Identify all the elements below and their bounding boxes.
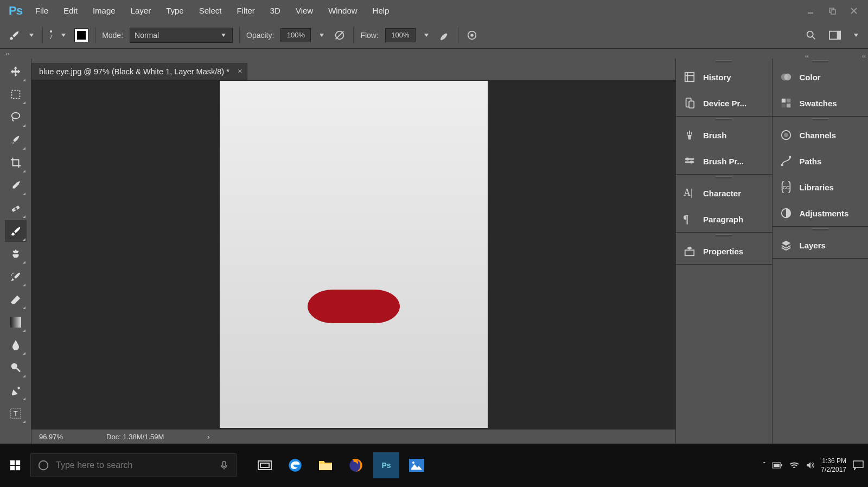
panel-adjustments[interactable]: Adjustments [773, 200, 869, 226]
close-button[interactable] [843, 0, 865, 22]
flow-dropdown[interactable] [424, 34, 429, 37]
pen-tool[interactable] [5, 380, 27, 401]
menu-select[interactable]: Select [192, 0, 229, 22]
start-button[interactable] [1, 451, 29, 479]
panel-character[interactable]: A|Character [676, 180, 772, 206]
svg-rect-48 [774, 464, 780, 467]
panel-brush[interactable]: Brush [676, 122, 772, 148]
menu-image[interactable]: Image [85, 0, 123, 22]
menu-file[interactable]: File [28, 0, 56, 22]
search-icon[interactable] [804, 28, 818, 42]
menu-type[interactable]: Type [158, 0, 192, 22]
flow-label: Flow: [360, 31, 378, 40]
opacity-dropdown[interactable] [320, 34, 324, 37]
brush-size-dropdown[interactable] [61, 34, 66, 37]
menu-layer[interactable]: Layer [123, 0, 159, 22]
gradient-tool[interactable] [5, 311, 27, 333]
panel-swatches[interactable]: Swatches [773, 90, 869, 116]
status-bar: 96.97% Doc: 1.38M/1.59M › [31, 429, 675, 444]
history-brush-tool[interactable] [5, 266, 27, 287]
edge-browser-icon[interactable] [282, 452, 308, 478]
eyedropper-tool[interactable] [5, 175, 27, 196]
workspace-switcher-icon[interactable] [828, 28, 842, 42]
crop-tool[interactable] [5, 152, 27, 174]
brush-panel-toggle-icon[interactable] [74, 28, 88, 42]
clone-stamp-tool[interactable] [5, 243, 27, 265]
canvas-area[interactable] [31, 80, 675, 429]
status-flyout-icon[interactable]: › [207, 433, 209, 441]
panel-properties[interactable]: Properties [676, 238, 772, 264]
panel-paragraph[interactable]: ¶Paragraph [676, 206, 772, 232]
svg-rect-27 [781, 104, 785, 107]
menu-edit[interactable]: Edit [56, 0, 85, 22]
panel-channels[interactable]: Channels [773, 122, 869, 148]
pressure-opacity-icon[interactable] [333, 28, 347, 42]
lasso-tool[interactable] [5, 106, 27, 128]
pressure-size-icon[interactable] [465, 28, 479, 42]
svg-rect-7 [837, 31, 840, 39]
svg-text:CC: CC [782, 185, 790, 190]
action-center-icon[interactable] [853, 460, 864, 470]
menu-filter[interactable]: Filter [229, 0, 262, 22]
file-explorer-icon[interactable] [312, 452, 339, 478]
svg-rect-31 [781, 164, 783, 166]
document-tab[interactable]: blue eye.jpg @ 97% (Black & White 1, Lay… [31, 63, 247, 80]
document-tab-title: blue eye.jpg @ 97% (Black & White 1, Lay… [39, 67, 229, 76]
workspace-dropdown[interactable] [854, 34, 858, 37]
eraser-tool[interactable] [5, 289, 27, 310]
maximize-button[interactable] [821, 0, 843, 22]
task-view-icon[interactable] [252, 452, 278, 478]
tool-preset-dropdown[interactable] [29, 34, 34, 37]
panel-libraries[interactable]: CCLibraries [773, 174, 869, 200]
panel-layers[interactable]: Layers [773, 232, 869, 258]
current-tool-brush-icon[interactable] [8, 29, 21, 42]
windows-taskbar: Ps ˆ 1:36 PM 7/2/2017 [0, 444, 868, 487]
move-tool[interactable] [5, 61, 27, 82]
close-tab-icon[interactable]: × [238, 66, 242, 75]
photos-app-icon[interactable] [404, 452, 430, 478]
svg-point-46 [412, 462, 414, 464]
menu-3d[interactable]: 3D [263, 0, 288, 22]
volume-icon[interactable] [806, 461, 814, 470]
blur-tool[interactable] [5, 334, 27, 356]
menubar: Ps File Edit Image Layer Type Select Fil… [0, 0, 868, 22]
svg-rect-49 [781, 464, 782, 466]
taskbar-clock[interactable]: 1:36 PM 7/2/2017 [821, 457, 846, 474]
wifi-icon[interactable] [789, 462, 799, 469]
zoom-value[interactable]: 96.97% [39, 433, 63, 441]
panel-paths[interactable]: Paths [773, 148, 869, 174]
tray-chevron-icon[interactable]: ˆ [763, 461, 766, 470]
panel-color[interactable]: Color [773, 64, 869, 90]
battery-icon[interactable] [772, 462, 783, 469]
document-tab-bar: blue eye.jpg @ 97% (Black & White 1, Lay… [31, 59, 675, 80]
taskbar-search[interactable] [30, 453, 237, 477]
type-tool[interactable]: T [5, 402, 27, 424]
svg-rect-8 [11, 91, 20, 99]
dodge-tool[interactable] [5, 357, 27, 379]
svg-rect-1 [831, 10, 835, 14]
airbrush-icon[interactable] [437, 28, 451, 42]
expand-toolbox-icon[interactable]: ›› [5, 50, 9, 57]
panel-device-preview[interactable]: Device Pr... [676, 90, 772, 116]
photoshop-taskbar-icon[interactable]: Ps [373, 452, 399, 478]
firefox-icon[interactable] [343, 452, 369, 478]
brush-tool[interactable] [5, 220, 27, 242]
panel-brush-presets[interactable]: Brush Pr... [676, 148, 772, 174]
brush-size-preview[interactable]: 7 [49, 30, 53, 40]
svg-rect-38 [16, 466, 20, 470]
panel-dock: History Device Pr... Brush Brush Pr... A… [675, 59, 868, 444]
flow-value[interactable]: 100% [385, 28, 416, 42]
blend-mode-select[interactable]: Normal [130, 28, 233, 43]
doc-info[interactable]: Doc: 1.38M/1.59M [106, 433, 164, 441]
minimize-button[interactable] [800, 0, 821, 22]
menu-help[interactable]: Help [365, 0, 397, 22]
opacity-value[interactable]: 100% [280, 28, 311, 42]
menu-view[interactable]: View [288, 0, 321, 22]
panel-history[interactable]: History [676, 64, 772, 90]
collapse-panels-icon[interactable]: ‹‹ ‹‹ [805, 53, 866, 59]
marquee-tool[interactable] [5, 84, 27, 105]
quick-select-tool[interactable] [5, 129, 27, 151]
healing-brush-tool[interactable] [5, 197, 27, 219]
menu-window[interactable]: Window [321, 0, 365, 22]
search-input[interactable] [56, 460, 212, 470]
